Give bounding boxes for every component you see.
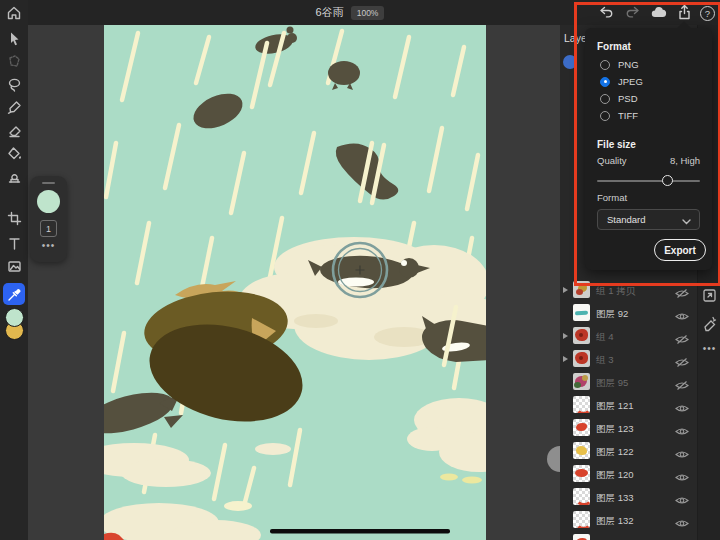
lasso-tool-icon[interactable] — [0, 73, 28, 95]
file-size-section-header: File size — [597, 139, 636, 150]
visibility-eye-icon[interactable] — [675, 285, 689, 296]
quality-slider[interactable] — [597, 180, 700, 182]
visibility-eye-icon[interactable] — [675, 492, 689, 503]
format-option-png[interactable]: PNG — [600, 58, 639, 71]
layer-thumbnail[interactable] — [573, 442, 590, 459]
brush-color-preview[interactable] — [37, 190, 60, 213]
layer-thumbnail[interactable] — [573, 465, 590, 482]
cloud-sync-icon[interactable] — [650, 4, 667, 21]
layer-row[interactable]: 组 3 — [560, 348, 697, 370]
group-disclosure-icon[interactable] — [563, 333, 568, 339]
layer-name: 图层 92 — [596, 308, 628, 321]
layer-thumbnail[interactable] — [573, 534, 590, 540]
visibility-eye-icon[interactable] — [675, 308, 689, 319]
layer-thumbnail[interactable] — [573, 327, 590, 344]
visibility-eye-icon[interactable] — [675, 515, 689, 526]
quality-label: Quality — [597, 155, 627, 166]
left-toolbar — [0, 0, 28, 540]
radio-label: PNG — [618, 59, 639, 70]
format-option-jpeg[interactable]: JPEG — [600, 75, 643, 88]
layer-thumbnail[interactable] — [573, 304, 590, 321]
type-tool-icon[interactable] — [0, 232, 28, 254]
format-option-psd[interactable]: PSD — [600, 92, 638, 105]
foreground-color-swatch[interactable] — [5, 308, 24, 327]
home-indicator — [270, 529, 450, 534]
panel-more-options-icon[interactable]: ••• — [698, 343, 720, 360]
layer-row[interactable] — [560, 532, 697, 540]
layer-name: 组 4 — [596, 331, 613, 344]
clear-layer-icon[interactable] — [701, 315, 718, 332]
quality-slider-knob[interactable] — [662, 175, 673, 186]
radio-label: JPEG — [618, 76, 643, 87]
layer-name: 图层 95 — [596, 377, 628, 390]
layer-name: 图层 123 — [596, 423, 634, 436]
eraser-tool-icon[interactable] — [0, 119, 28, 141]
format-option-tiff[interactable]: TIFF — [600, 109, 638, 122]
group-disclosure-icon[interactable] — [563, 287, 568, 293]
layer-row[interactable]: 组 4 — [560, 325, 697, 347]
quality-value: 8, High — [670, 155, 700, 166]
share-export-icon[interactable] — [676, 4, 693, 21]
layer-thumbnail[interactable] — [573, 281, 590, 298]
penguin-sky-illustration — [104, 25, 486, 540]
layer-name: 图层 120 — [596, 469, 634, 482]
layer-thumbnail-partial[interactable] — [563, 55, 577, 69]
eyedropper-tool-icon[interactable] — [3, 283, 25, 305]
layer-thumbnail[interactable] — [573, 511, 590, 528]
visibility-eye-icon[interactable] — [675, 423, 689, 434]
radio-icon[interactable] — [600, 94, 610, 104]
help-icon[interactable]: ? — [700, 6, 715, 21]
visibility-eye-icon[interactable] — [675, 331, 689, 342]
transform-tool-icon[interactable] — [0, 50, 28, 72]
group-disclosure-icon[interactable] — [563, 356, 568, 362]
layer-thumbnail[interactable] — [573, 396, 590, 413]
place-image-tool-icon[interactable] — [0, 255, 28, 277]
resize-canvas-icon[interactable] — [701, 287, 718, 304]
layer-row[interactable]: 图层 92 — [560, 302, 697, 324]
radio-icon[interactable] — [600, 77, 610, 87]
format-select-dropdown[interactable]: Standard — [597, 209, 700, 230]
radio-icon[interactable] — [600, 111, 610, 121]
crop-tool-icon[interactable] — [0, 207, 28, 229]
radio-icon[interactable] — [600, 60, 610, 70]
layer-row[interactable]: 图层 120 — [560, 463, 697, 485]
layer-thumbnail[interactable] — [573, 488, 590, 505]
redo-icon[interactable] — [624, 4, 641, 21]
output-format-label: Format — [597, 192, 627, 203]
layer-row[interactable]: 图层 121 — [560, 394, 697, 416]
fill-tool-icon[interactable] — [0, 142, 28, 164]
layer-thumbnail[interactable] — [573, 350, 590, 367]
layer-thumbnail[interactable] — [573, 373, 590, 390]
layer-row[interactable]: 图层 133 — [560, 486, 697, 508]
tool-options-popover: 1 ••• — [30, 176, 67, 262]
panel-drawer-handle[interactable] — [547, 446, 560, 472]
undo-icon[interactable] — [598, 4, 615, 21]
clone-stamp-tool-icon[interactable] — [0, 165, 28, 187]
layer-name: 组 3 — [596, 354, 613, 367]
move-tool-icon[interactable] — [0, 27, 28, 49]
layer-row[interactable]: 图层 132 — [560, 509, 697, 531]
layer-row[interactable]: 图层 123 — [560, 417, 697, 439]
layer-thumbnail[interactable] — [573, 419, 590, 436]
chevron-down-icon — [682, 211, 691, 229]
home-icon[interactable] — [0, 2, 28, 24]
canvas-artwork[interactable] — [104, 25, 486, 540]
layer-name: 组 1 拷贝 — [596, 285, 635, 298]
zoom-level-badge[interactable]: 100% — [351, 6, 385, 20]
visibility-eye-icon[interactable] — [675, 446, 689, 457]
format-section-header: Format — [597, 41, 631, 52]
visibility-eye-icon[interactable] — [675, 469, 689, 480]
visibility-eye-icon[interactable] — [675, 377, 689, 388]
export-button[interactable]: Export — [654, 239, 706, 261]
more-options-icon[interactable]: ••• — [30, 240, 67, 251]
visibility-eye-icon[interactable] — [675, 354, 689, 365]
layer-row[interactable]: 图层 122 — [560, 440, 697, 462]
drag-handle[interactable] — [42, 182, 55, 184]
app-root: { "app": { "title": "6谷雨", "zoom_level":… — [0, 0, 720, 540]
layer-row[interactable]: 图层 95 — [560, 371, 697, 393]
layer-row[interactable]: 组 1 拷贝 — [560, 279, 697, 301]
brush-tool-icon[interactable] — [0, 96, 28, 118]
layer-name: 图层 133 — [596, 492, 634, 505]
brush-size-button[interactable]: 1 — [40, 220, 57, 237]
visibility-eye-icon[interactable] — [675, 400, 689, 411]
